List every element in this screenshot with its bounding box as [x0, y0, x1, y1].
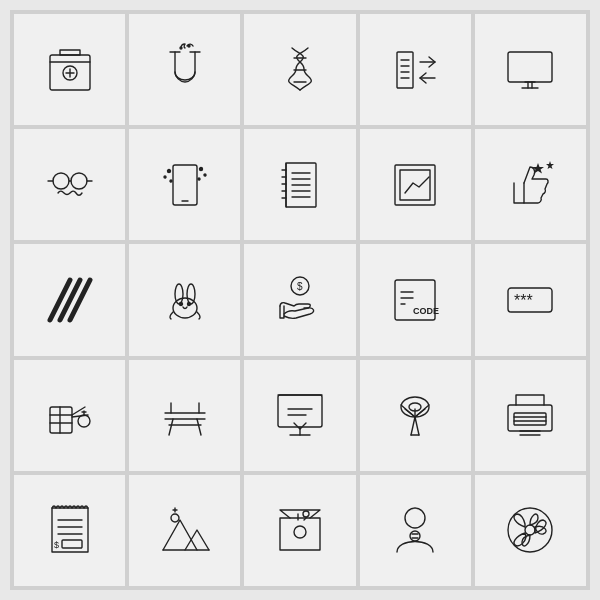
icon-mobile-sparkle[interactable]: [129, 129, 240, 240]
svg-rect-7: [397, 52, 413, 88]
svg-rect-103: [62, 540, 82, 548]
svg-rect-94: [514, 413, 546, 425]
icon-person-badge[interactable]: [360, 475, 471, 586]
icon-rabbit[interactable]: [129, 244, 240, 355]
icon-monitor[interactable]: [475, 14, 586, 125]
svg-line-49: [60, 280, 80, 320]
svg-point-19: [53, 173, 69, 189]
svg-text:$: $: [297, 281, 303, 292]
svg-line-48: [50, 280, 70, 320]
svg-point-31: [198, 178, 200, 180]
icon-code-file[interactable]: CODE: [360, 244, 471, 355]
svg-rect-65: [50, 407, 72, 433]
svg-rect-24: [173, 165, 197, 205]
svg-text:CODE: CODE: [413, 306, 439, 316]
svg-point-53: [187, 284, 195, 304]
svg-point-28: [170, 180, 172, 182]
svg-point-105: [171, 514, 179, 522]
svg-point-29: [199, 167, 202, 170]
svg-point-108: [294, 526, 306, 538]
svg-marker-47: [546, 161, 554, 169]
svg-marker-46: [532, 163, 544, 174]
icon-badminton[interactable]: [360, 360, 471, 471]
svg-point-55: [187, 302, 190, 305]
svg-point-112: [405, 508, 425, 528]
svg-line-74: [169, 419, 173, 435]
svg-point-117: [525, 525, 535, 535]
icon-bench[interactable]: [129, 360, 240, 471]
icon-map-pin[interactable]: [244, 475, 355, 586]
svg-point-30: [204, 174, 206, 176]
svg-line-75: [197, 419, 201, 435]
svg-line-50: [70, 280, 90, 320]
svg-point-26: [167, 169, 170, 172]
svg-point-3: [188, 45, 190, 47]
svg-text:***: ***: [514, 292, 533, 309]
icon-mustache-glasses[interactable]: [14, 129, 125, 240]
icon-diagonal-pattern[interactable]: [14, 244, 125, 355]
icon-medical-folder[interactable]: [14, 14, 125, 125]
icon-thumbs-up-stars[interactable]: [475, 129, 586, 240]
svg-point-2: [180, 47, 182, 49]
svg-text:$: $: [54, 540, 59, 550]
svg-point-113: [410, 531, 420, 541]
icon-receipt[interactable]: $: [14, 475, 125, 586]
svg-rect-79: [278, 395, 322, 427]
svg-point-52: [175, 284, 183, 304]
icon-coin-hand[interactable]: $: [244, 244, 355, 355]
svg-rect-14: [508, 52, 552, 82]
icon-password[interactable]: ***: [475, 244, 586, 355]
icon-mountains[interactable]: [129, 475, 240, 586]
svg-point-27: [164, 176, 166, 178]
icon-honey-bee[interactable]: [14, 360, 125, 471]
icon-fan-circle[interactable]: [475, 475, 586, 586]
icon-database-transfer[interactable]: [360, 14, 471, 125]
icon-presentation[interactable]: [244, 360, 355, 471]
icon-printer-tray[interactable]: [475, 360, 586, 471]
icon-magnet-plant[interactable]: [129, 14, 240, 125]
icon-notebook[interactable]: [244, 129, 355, 240]
icon-grid: $ CODE ***: [10, 10, 590, 590]
svg-point-69: [78, 415, 90, 427]
svg-point-54: [179, 302, 182, 305]
icon-chart-frame[interactable]: [360, 129, 471, 240]
icon-dna[interactable]: [244, 14, 355, 125]
svg-point-20: [71, 173, 87, 189]
svg-point-111: [303, 511, 309, 517]
